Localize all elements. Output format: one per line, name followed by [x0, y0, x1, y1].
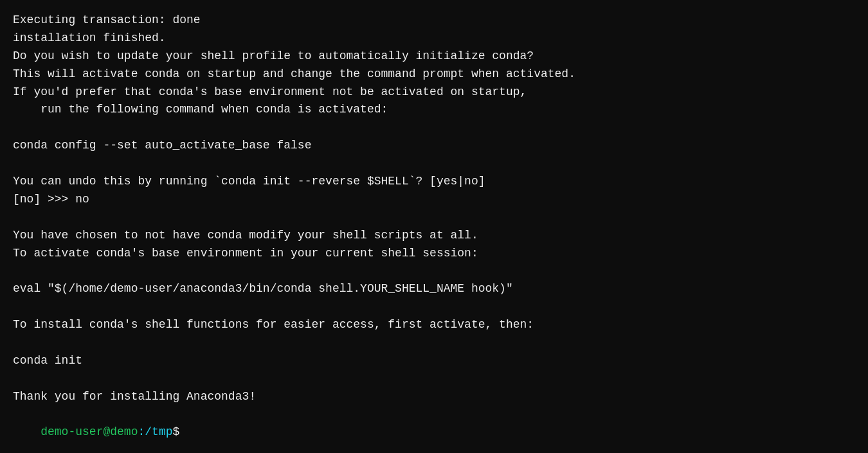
terminal-line-19 — [13, 334, 855, 352]
terminal-line-12 — [13, 209, 855, 227]
terminal-line-18: To install conda's shell functions for e… — [13, 316, 855, 334]
terminal-line-21 — [13, 370, 855, 388]
terminal-line-8: conda config --set auto_activate_base fa… — [13, 137, 855, 155]
terminal-line-17 — [13, 298, 855, 316]
prompt-colon: : — [138, 425, 145, 438]
terminal-line-5: If you'd prefer that conda's base enviro… — [13, 84, 855, 102]
terminal-line-22: Thank you for installing Anaconda3! — [13, 388, 855, 406]
terminal-line-9 — [13, 155, 855, 173]
terminal-line-16: eval "$(/home/demo-user/anaconda3/bin/co… — [13, 280, 855, 298]
prompt-dollar: $ — [173, 425, 180, 438]
terminal-window[interactable]: Executing transaction: done installation… — [0, 0, 868, 453]
terminal-line-2: installation finished. — [13, 30, 855, 48]
terminal-prompt-line: demo-user@demo:/tmp$ — [13, 406, 855, 453]
prompt-user: demo-user — [41, 425, 103, 438]
terminal-line-4: This will activate conda on startup and … — [13, 66, 855, 84]
prompt-path: /tmp — [145, 425, 172, 438]
prompt-host: demo — [110, 425, 138, 438]
terminal-line-10: You can undo this by running `conda init… — [13, 173, 855, 191]
terminal-line-6: run the following command when conda is … — [13, 101, 855, 119]
terminal-line-15 — [13, 262, 855, 280]
terminal-line-20: conda init — [13, 352, 855, 370]
terminal-line-7 — [13, 119, 855, 137]
terminal-line-3: Do you wish to update your shell profile… — [13, 48, 855, 66]
prompt-at: @ — [103, 425, 110, 438]
terminal-line-13: You have chosen to not have conda modify… — [13, 227, 855, 245]
terminal-line-11: [no] >>> no — [13, 191, 855, 209]
terminal-line-14: To activate conda's base environment in … — [13, 245, 855, 263]
terminal-line-1: Executing transaction: done — [13, 12, 855, 30]
